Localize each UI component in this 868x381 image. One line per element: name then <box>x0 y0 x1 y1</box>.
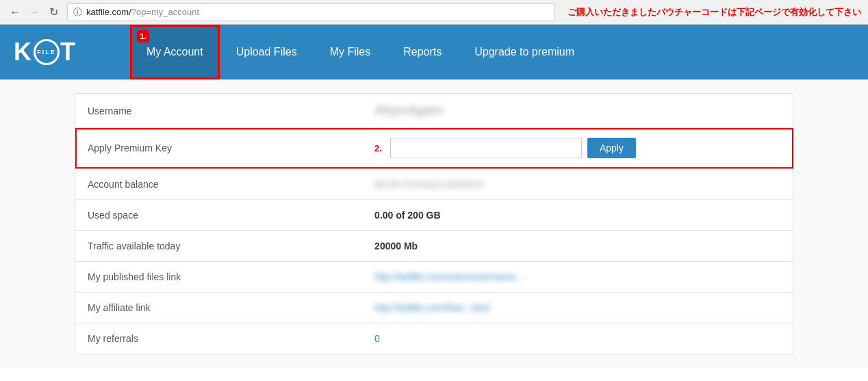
value-used-space: 0.00 of 200 GB <box>362 200 793 231</box>
nav-label-reports: Reports <box>403 46 442 58</box>
label-traffic: Traffic available today <box>75 231 363 262</box>
address-url: katfile.com/?op=my_account <box>86 7 199 17</box>
forward-button[interactable]: → <box>26 4 42 21</box>
label-published-files: My published files link <box>75 262 363 293</box>
nav-label-upload-files: Upload Files <box>236 46 297 58</box>
logo-text: KFILET <box>14 38 77 66</box>
back-button[interactable]: ← <box>7 4 23 21</box>
row-username: Username AKprcAgaim <box>75 94 793 128</box>
value-traffic: 20000 Mb <box>362 231 793 262</box>
main-content: Username AKprcAgaim Apply Premium Key 2.… <box>0 79 868 368</box>
used-space-value: 0.00 of 200 GB <box>374 210 441 221</box>
browser-nav-buttons: ← → ↻ <box>7 4 62 21</box>
label-affiliate: My affiliate link <box>75 293 363 323</box>
label-balance: Account balance <box>75 169 363 200</box>
row-used-space: Used space 0.00 of 200 GB <box>75 200 793 231</box>
label-used-space: Used space <box>75 200 363 231</box>
value-premium-key: 2. Apply <box>362 128 793 169</box>
browser-chrome: ← → ↻ ⓘ katfile.com/?op=my_account ご購入いた… <box>0 0 868 25</box>
label-username: Username <box>75 94 363 128</box>
value-username: AKprcAgaim <box>362 94 793 128</box>
affiliate-value: http://katfile.com/free...html <box>374 302 489 313</box>
row-traffic: Traffic available today 20000 Mb <box>75 231 793 262</box>
nav-label-my-files: My Files <box>330 46 371 58</box>
logo: KFILET <box>14 38 110 66</box>
published-files-value: http://katfile.com/users/username... <box>374 271 524 282</box>
logo-circle: FILE <box>34 39 60 65</box>
row-premium-key: Apply Premium Key 2. Apply <box>75 128 793 169</box>
label-premium-key: Apply Premium Key <box>75 128 363 169</box>
value-balance: $0.00 Premium BONUS <box>362 169 793 200</box>
site-header: KFILET 1. My Account Upload Files My Fil… <box>0 25 868 79</box>
row-referrals: My referrals 0 <box>75 323 793 354</box>
label-referrals: My referrals <box>75 323 363 354</box>
info-icon: ⓘ <box>73 6 82 19</box>
value-published-files: http://katfile.com/users/username... <box>362 262 793 293</box>
premium-key-input[interactable] <box>390 138 582 158</box>
value-affiliate: http://katfile.com/free...html <box>362 293 793 323</box>
apply-button[interactable]: Apply <box>587 138 636 158</box>
address-bar[interactable]: ⓘ katfile.com/?op=my_account <box>67 3 555 21</box>
nav-item-my-account[interactable]: 1. My Account <box>130 25 220 79</box>
value-referrals: 0 <box>362 323 793 354</box>
step1-badge: 1. <box>137 30 149 42</box>
notification-text: ご購入いただきましたバウチャーコードは下記ページで有効化して下さい <box>567 6 861 19</box>
nav-item-upgrade[interactable]: Upgrade to premium <box>458 25 591 79</box>
row-affiliate: My affiliate link http://katfile.com/fre… <box>75 293 793 323</box>
nav-item-my-files[interactable]: My Files <box>314 25 387 79</box>
premium-key-cell: 2. Apply <box>374 138 780 158</box>
nav-item-reports[interactable]: Reports <box>387 25 458 79</box>
account-table: Username AKprcAgaim Apply Premium Key 2.… <box>75 93 793 354</box>
username-value: AKprcAgaim <box>374 103 443 117</box>
balance-value: $0.00 Premium BONUS <box>374 178 483 190</box>
nav-label-upgrade: Upgrade to premium <box>474 46 574 58</box>
nav-menu: 1. My Account Upload Files My Files Repo… <box>130 25 868 79</box>
step2-badge: 2. <box>374 143 382 153</box>
nav-item-upload-files[interactable]: Upload Files <box>220 25 314 79</box>
referrals-value: 0 <box>374 333 380 344</box>
reload-button[interactable]: ↻ <box>45 4 62 21</box>
row-balance: Account balance $0.00 Premium BONUS <box>75 169 793 200</box>
row-published-files: My published files link http://katfile.c… <box>75 262 793 293</box>
nav-label-my-account: My Account <box>146 46 203 58</box>
traffic-value: 20000 Mb <box>374 241 418 251</box>
